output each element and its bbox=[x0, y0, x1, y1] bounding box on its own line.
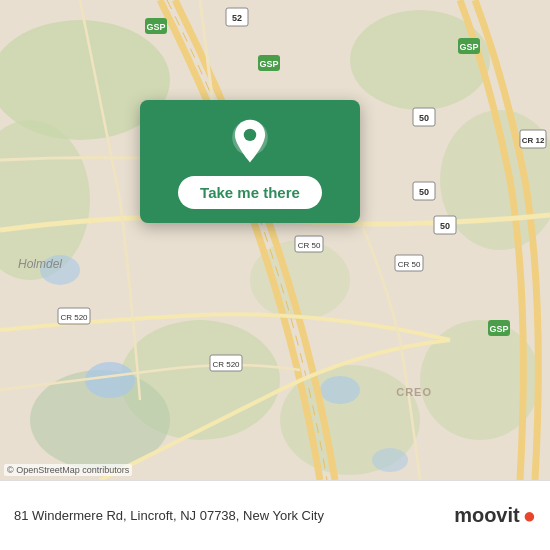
svg-text:CR 50: CR 50 bbox=[298, 241, 321, 250]
svg-text:CR 50: CR 50 bbox=[398, 260, 421, 269]
svg-text:50: 50 bbox=[419, 187, 429, 197]
moovit-logo: moovit ● bbox=[454, 503, 536, 529]
svg-text:52: 52 bbox=[232, 13, 242, 23]
svg-text:50: 50 bbox=[419, 113, 429, 123]
svg-text:CR 520: CR 520 bbox=[212, 360, 240, 369]
svg-text:CR 520: CR 520 bbox=[60, 313, 88, 322]
svg-text:GSP: GSP bbox=[259, 59, 278, 69]
svg-text:GSP: GSP bbox=[146, 22, 165, 32]
svg-text:GSP: GSP bbox=[459, 42, 478, 52]
svg-text:CR 12: CR 12 bbox=[522, 136, 545, 145]
creo-label: CREO bbox=[396, 386, 432, 398]
address-section: 81 Windermere Rd, Lincroft, NJ 07738, Ne… bbox=[14, 508, 324, 523]
map-background: GSP GSP GSP GSP 50 50 CR 12 CR 50 CR 50 … bbox=[0, 0, 550, 480]
svg-point-42 bbox=[244, 129, 256, 141]
address-text: 81 Windermere Rd, Lincroft, NJ 07738, Ne… bbox=[14, 508, 324, 523]
svg-text:Holmdel: Holmdel bbox=[18, 257, 62, 271]
svg-point-10 bbox=[85, 362, 135, 398]
bottom-bar: 81 Windermere Rd, Lincroft, NJ 07738, Ne… bbox=[0, 480, 550, 550]
svg-point-12 bbox=[320, 376, 360, 404]
moovit-brand-text: moovit bbox=[454, 504, 520, 527]
moovit-dot-icon: ● bbox=[523, 503, 536, 529]
map-container: GSP GSP GSP GSP 50 50 CR 12 CR 50 CR 50 … bbox=[0, 0, 550, 480]
action-card: Take me there bbox=[140, 100, 360, 223]
location-pin-icon bbox=[226, 118, 274, 166]
svg-text:50: 50 bbox=[440, 221, 450, 231]
take-me-there-button[interactable]: Take me there bbox=[178, 176, 322, 209]
svg-text:GSP: GSP bbox=[489, 324, 508, 334]
osm-attribution: © OpenStreetMap contributors bbox=[4, 464, 132, 476]
svg-point-13 bbox=[372, 448, 408, 472]
